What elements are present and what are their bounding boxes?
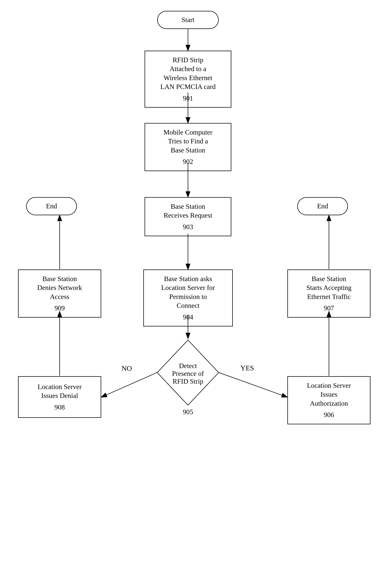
yes-label: YES <box>240 364 254 372</box>
node-903: Base Station Receives Request 903 <box>145 197 231 236</box>
node-907-label: Base Station Starts Accepting Ethernet T… <box>306 274 352 301</box>
diamond-line3: RFID Strip <box>173 377 203 385</box>
no-label: NO <box>121 364 132 372</box>
svg-line-8 <box>219 373 287 397</box>
end-left-label: End <box>46 202 57 211</box>
node-907-num: 907 <box>324 304 334 313</box>
node-906-label: Location Server Issues Authorization <box>307 381 351 408</box>
start-node: Start <box>157 11 219 29</box>
node-904: Base Station asks Location Server for Pe… <box>143 269 233 326</box>
node-902: Mobile Computer Tries to Find a Base Sta… <box>145 123 231 171</box>
node-909-num: 909 <box>55 304 65 313</box>
start-label: Start <box>181 15 194 24</box>
node-906: Location Server Issues Authorization 906 <box>287 376 371 424</box>
node-908: Location Server Issues Denial 908 <box>18 376 101 418</box>
diamond-line1: Detect <box>179 362 197 370</box>
node-903-num: 903 <box>183 222 193 231</box>
node-907: Base Station Starts Accepting Ethernet T… <box>287 269 371 318</box>
end-left-node: End <box>26 197 77 215</box>
end-right-label: End <box>317 202 328 211</box>
node-909: Base Station Denies Network Access 909 <box>18 269 101 318</box>
node-908-num: 908 <box>55 403 65 412</box>
diamond-line2: Presence of <box>172 370 204 377</box>
node-904-label: Base Station asks Location Server for Pe… <box>161 274 215 310</box>
node-908-label: Location Server Issues Denial <box>38 382 82 400</box>
node-901-num: 901 <box>183 94 193 103</box>
node-906-num: 906 <box>324 411 334 419</box>
node-902-num: 902 <box>183 157 193 166</box>
node-901: RFID Strip Attached to a Wireless Ethern… <box>145 51 231 107</box>
node-902-label: Mobile Computer Tries to Find a Base Sta… <box>163 128 212 155</box>
node-909-label: Base Station Denies Network Access <box>37 274 82 301</box>
svg-line-9 <box>102 373 157 397</box>
node-901-label: RFID Strip Attached to a Wireless Ethern… <box>160 55 216 91</box>
node-903-label: Base Station Receives Request <box>164 202 212 220</box>
diamond-num: 905 <box>183 408 193 416</box>
end-right-node: End <box>297 197 348 215</box>
node-904-num: 904 <box>183 313 193 322</box>
svg-marker-7 <box>157 340 219 405</box>
